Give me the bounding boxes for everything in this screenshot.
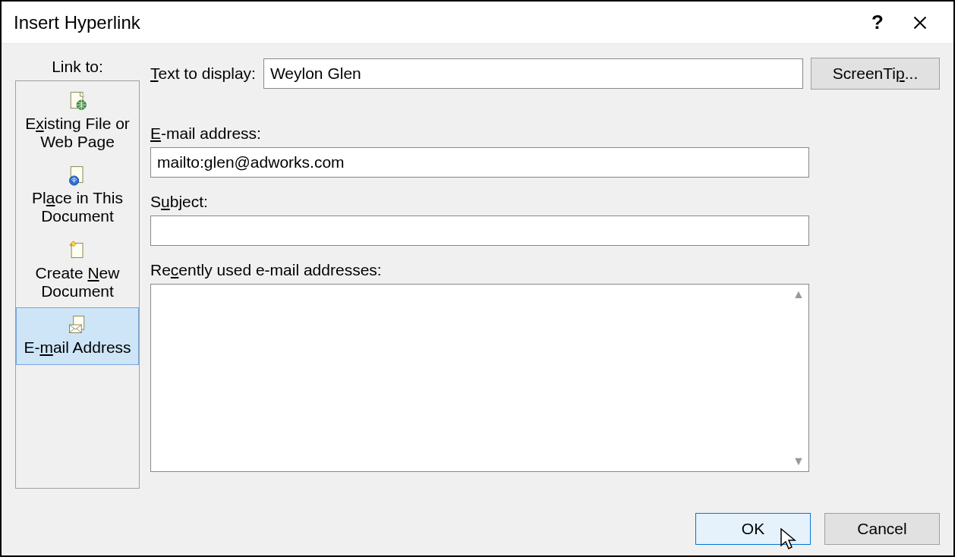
scrollbar[interactable]: ▲ ▼ (789, 285, 808, 471)
linkto-item-label: E-mail Address (24, 338, 131, 357)
linkto-item-label: Existing File orWeb Page (25, 115, 130, 151)
email-address-input[interactable] (150, 147, 809, 178)
text-to-display-input[interactable] (263, 58, 803, 89)
ok-button[interactable]: OK (695, 513, 811, 545)
linkto-panel: Link to: Existing File orWeb Page Place … (15, 58, 140, 489)
linkto-item-existing-file[interactable]: Existing File orWeb Page (16, 84, 139, 159)
close-icon (912, 15, 928, 30)
email-icon (65, 313, 90, 337)
close-button[interactable] (899, 8, 941, 38)
main-panel: Text to display: ScreenTip... E-mail add… (150, 58, 940, 489)
scroll-up-icon[interactable]: ▲ (789, 285, 808, 304)
linkto-item-place-in-document[interactable]: Place in ThisDocument (16, 159, 139, 233)
linkto-item-label: Create NewDocument (36, 264, 120, 300)
dialog-title: Insert Hyperlink (14, 12, 856, 33)
new-document-icon (65, 238, 90, 263)
file-web-icon (65, 89, 90, 113)
subject-input[interactable] (150, 216, 809, 246)
help-button[interactable]: ? (856, 8, 899, 38)
dialog-footer: OK Cancel (2, 502, 953, 555)
dialog-body: Link to: Existing File orWeb Page Place … (2, 44, 953, 502)
linkto-item-email-address[interactable]: E-mail Address (16, 307, 139, 365)
linkto-label: Link to: (52, 58, 103, 76)
dialog-insert-hyperlink: Insert Hyperlink ? Link to: Existing Fil… (0, 0, 955, 557)
screentip-button[interactable]: ScreenTip... (811, 58, 940, 90)
cursor-icon (780, 527, 801, 552)
linkto-item-label: Place in ThisDocument (32, 189, 123, 225)
cancel-button[interactable]: Cancel (824, 513, 940, 545)
document-place-icon (65, 163, 90, 187)
email-address-label: E-mail address: (150, 124, 940, 143)
linkto-item-create-new-document[interactable]: Create NewDocument (16, 234, 139, 308)
recent-addresses-listbox[interactable]: ▲ ▼ (150, 284, 809, 472)
subject-label: Subject: (150, 193, 940, 211)
scroll-down-icon[interactable]: ▼ (789, 451, 808, 471)
titlebar: Insert Hyperlink ? (2, 2, 953, 44)
recent-addresses-label: Recently used e-mail addresses: (150, 261, 940, 279)
linkto-list: Existing File orWeb Page Place in ThisDo… (15, 80, 140, 489)
text-to-display-label: Text to display: (150, 64, 256, 83)
